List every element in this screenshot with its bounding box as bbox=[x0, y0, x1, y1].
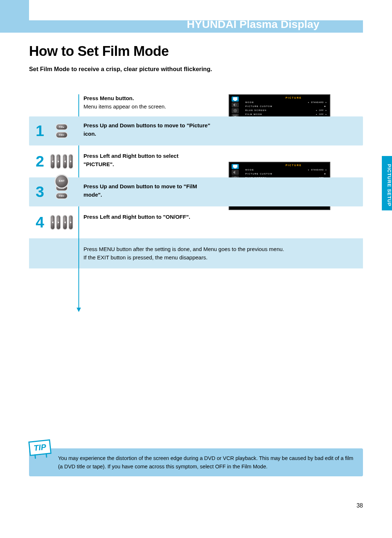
osd-sound-icon bbox=[232, 102, 239, 107]
side-tab: PICTURE SETUP bbox=[382, 156, 392, 210]
osd-item: BLUE SCREEN◄OFF► bbox=[245, 108, 327, 112]
remote-left-button bbox=[50, 215, 55, 230]
remote-down-button: P-DI▼ bbox=[56, 132, 68, 138]
tip-badge: TIP bbox=[28, 439, 52, 456]
header-stripe bbox=[0, 0, 29, 33]
tip-text: You may experience the distortion of the… bbox=[29, 448, 363, 476]
step-4: 4 Press Left and Right button to "ON/OFF… bbox=[29, 208, 363, 237]
page-title: How to Set Film Mode bbox=[29, 44, 363, 59]
step-text: Press Left and Right button to "ON/OFF". bbox=[83, 214, 190, 220]
step-text: Press Up and Down button to move to "Fil… bbox=[83, 183, 197, 198]
remote-left-button bbox=[50, 154, 55, 169]
step-number: 2 bbox=[33, 153, 47, 170]
step-3: 3 P-DI▲ P-DI▼ Press Up and Down button t… bbox=[29, 177, 363, 206]
brand-title: HYUNDAI Plasma Display bbox=[187, 18, 319, 30]
remote-down-button: P-DI▼ bbox=[56, 193, 68, 199]
step-text: Press Left and Right button to select "P… bbox=[83, 153, 179, 167]
tip-box: TIP You may experience the distortion of… bbox=[29, 448, 363, 476]
step-2: 2 Press Left and Right button to select … bbox=[29, 147, 363, 176]
intro-bold: Press Menu button. bbox=[83, 94, 211, 103]
osd-picture-icon bbox=[232, 96, 239, 102]
step-number: 4 bbox=[33, 214, 47, 231]
step-1: 1 P-DI▲ P-DI▼ Press Up and Down buttons … bbox=[29, 116, 363, 145]
remote-left-button bbox=[62, 154, 68, 169]
page-subtitle: Set Film Mode to receive a crisp, clear … bbox=[29, 66, 363, 73]
remote-right-button bbox=[68, 154, 73, 169]
remote-exit-button: EXIT bbox=[54, 174, 69, 189]
exit-text-2: If the EXIT button is pressed, the menu … bbox=[83, 253, 363, 262]
osd-title: PICTURE bbox=[260, 96, 327, 99]
exit-row: EXIT Press MENU button after the setting… bbox=[29, 238, 363, 268]
exit-text-1: Press MENU button after the setting is d… bbox=[83, 245, 363, 253]
osd-item: PICTURE CUSTOM✚ bbox=[245, 104, 327, 108]
osd-item: FILM MODE◄OFF► bbox=[245, 112, 327, 116]
step-number: 3 bbox=[33, 183, 47, 201]
remote-right-button bbox=[56, 154, 61, 169]
remote-up-button: P-DI▲ bbox=[56, 124, 68, 130]
page-number: 38 bbox=[356, 502, 363, 509]
remote-left-button bbox=[62, 215, 68, 230]
step-text: Press Up and Down buttons to move to "Pi… bbox=[83, 122, 210, 137]
remote-right-button bbox=[68, 215, 73, 230]
svg-rect-1 bbox=[234, 100, 236, 101]
step-number: 1 bbox=[33, 122, 47, 140]
osd-globe-icon bbox=[232, 108, 239, 113]
intro-text: Menu items appear on the screen. bbox=[83, 103, 211, 111]
remote-right-button bbox=[56, 215, 61, 230]
svg-rect-0 bbox=[233, 97, 237, 100]
osd-item: MODE◄STANDARD► bbox=[245, 100, 327, 104]
